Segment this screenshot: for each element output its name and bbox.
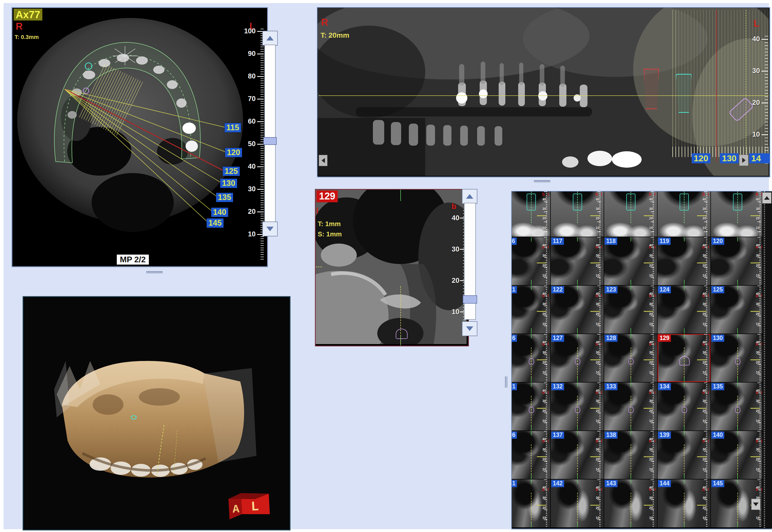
horizontal-splitter-handle[interactable] [531,179,553,183]
slice-number-badge: 138 [605,431,618,439]
slice-thumbnail[interactable]: bl40302010 [711,192,764,237]
slice-thumbnail[interactable]: bl40302010 [512,192,551,237]
cell-ruler-label: 20 [756,216,760,220]
slice-thumbnail-132[interactable]: 132bl40302010 [551,383,604,430]
slice-thumbnail-133[interactable]: 133bl40302010 [604,383,658,430]
implant-outline-purple[interactable] [396,329,408,339]
pano-slice-label-140-clipped[interactable]: 14 [749,153,770,163]
slice-thumbnail-138[interactable]: 138bl40302010 [604,431,658,479]
slice-thumbnail-131[interactable]: 131bl40302010 [512,383,551,430]
cell-ruler-label: 20 [649,216,653,220]
level-tick [590,263,600,263]
slice-thumbnail-124[interactable]: 124bl40302010 [658,286,711,334]
slice-thumbnail-134[interactable]: 134bl40302010 [658,383,711,430]
pano-scroll-left-button[interactable] [319,155,328,166]
axial-scroll-up-button[interactable] [262,31,278,46]
slice-thumbnail-120[interactable]: 120bl40302010 [711,237,764,285]
slice-thumbnail-140[interactable]: 140bl40302010 [711,431,764,479]
cell-ruler-label: 10 [542,274,546,277]
slice-number-badge: 137 [551,431,564,439]
axial-slice-label[interactable]: 145 [207,218,224,228]
lingual-marker: l [601,487,602,491]
slice-thumbnail-137[interactable]: 137bl40302010 [551,431,604,479]
axial-scroll-down-button[interactable] [262,222,278,236]
slice-thumbnail-143[interactable]: 143bl40302010 [604,479,658,527]
panoramic-viewport[interactable]: R T: 20mm L 40302010 120 130 14 [317,7,770,177]
slice-thumbnail[interactable]: bl40302010 [658,192,711,237]
slice-thumbnail[interactable]: bl40302010 [551,192,604,237]
guide-line-top [577,286,578,290]
cell-ruler-label: 30 [703,447,706,451]
slice-thumbnail[interactable]: bl40302010 [604,192,658,237]
slice-thumbnail-127[interactable]: 127bl40302010 [551,334,604,382]
implant-outline-purple [628,358,634,365]
slice-number-badge: 136 [512,431,517,439]
slice-thickness-label: T: 20mm [321,31,349,39]
axial-ct-image [12,8,267,266]
slice-thumbnail-135[interactable]: 135bl40302010 [711,383,764,430]
axial-slice-label[interactable]: 120 [225,148,242,157]
slice-thumbnail-118[interactable]: 118bl40302010 [604,237,658,285]
cell-ruler-label: 20 [596,216,600,220]
cell-ruler-label: 10 [596,516,600,520]
axial-slice-label[interactable]: 135 [216,193,233,202]
cell-ruler-label: 20 [596,409,600,413]
grid-scroll-up-button[interactable] [762,192,771,204]
vertical-splitter-handle[interactable] [504,375,508,390]
axial-slice-label[interactable]: 115 [225,123,241,132]
axial-scrollbar-thumb[interactable] [263,137,277,145]
axial-slice-label[interactable]: 125 [223,167,240,176]
cell-ruler-label: 30 [703,399,706,403]
axial-slice-label[interactable]: 140 [211,208,228,217]
axial-scrollbar-track[interactable] [264,45,276,223]
slice-thumbnail-122[interactable]: 122bl40302010 [551,286,604,334]
slice-grid-row: 121bl40302010122bl40302010123bl403020101… [512,286,771,334]
slice-thumbnail-136[interactable]: 136bl40302010 [512,431,551,479]
slice-thumbnail-116[interactable]: 116bl40302010 [512,237,551,285]
grid-scroll-down-button[interactable] [751,499,760,510]
cell-ruler-label: 10 [756,467,760,471]
guide-line-top [577,431,578,435]
slice-grid-row: 141bl40302010142bl40302010143bl403020101… [512,479,771,528]
slice-thumbnail-117[interactable]: 117bl40302010 [551,237,604,285]
slice-thumbnail-125[interactable]: 125bl40302010 [711,286,764,334]
slice-thumbnail-121[interactable]: 121bl40302010 [512,286,551,334]
cell-ruler-label: 40 [542,340,546,344]
cell-ruler-label: 40 [703,292,706,296]
level-tick [537,408,546,409]
orientation-cube[interactable]: A L [228,492,270,519]
lingual-marker: l [708,390,709,395]
slice-thumbnail-129[interactable]: 129bl40302010 [658,334,711,382]
slice-thumbnail-119[interactable]: 119bl40302010 [658,237,711,285]
slice-thumbnail-144[interactable]: 144bl40302010 [658,479,711,527]
horizontal-splitter-handle[interactable] [144,270,165,274]
implant-outline-purple [682,407,687,413]
cross-scroll-up-button[interactable] [462,189,477,204]
cell-ruler-label: 10 [542,516,546,520]
slice-number-badge: 134 [658,383,671,390]
slice-thumbnail-130[interactable]: 130bl40302010 [711,334,764,382]
slice-thumbnail-139[interactable]: 139bl40302010 [658,431,711,479]
implant-outline-red[interactable] [644,69,659,109]
pano-scroll-right-button[interactable] [739,155,748,166]
slice-thumbnail-128[interactable]: 128bl40302010 [604,334,658,382]
cross-scrollbar-thumb[interactable] [463,295,477,304]
slice-thumbnail-126[interactable]: 126bl40302010 [512,334,551,382]
slice-thumbnail-123[interactable]: 123bl40302010 [604,286,658,334]
pano-slice-label-120[interactable]: 120 [692,153,710,163]
arrow-down-icon [753,503,759,506]
axial-slice-label[interactable]: 130 [220,179,237,188]
cell-ruler-label: 20 [703,312,706,316]
slice-thumbnail-141[interactable]: 141bl40302010 [512,479,551,527]
axial-viewport[interactable]: Ax77 R T: 0.3mm L 100908070605040302010 … [12,7,268,267]
guide-line-top [684,237,685,242]
volume-3d-viewport[interactable]: A L [23,296,291,530]
slice-thumbnail-142[interactable]: 142bl40302010 [551,479,604,527]
cross-section-viewport[interactable]: 129 l T: 1mm S: 1mm b 40302010 [315,189,469,346]
cell-ruler-label: 30 [756,350,760,354]
level-tick [697,408,706,409]
cell-ruler-label: 40 [542,437,546,441]
pano-slice-label-130[interactable]: 130 [720,153,739,163]
cross-scroll-down-button[interactable] [462,321,477,336]
cell-ruler-label: 40 [649,292,653,296]
